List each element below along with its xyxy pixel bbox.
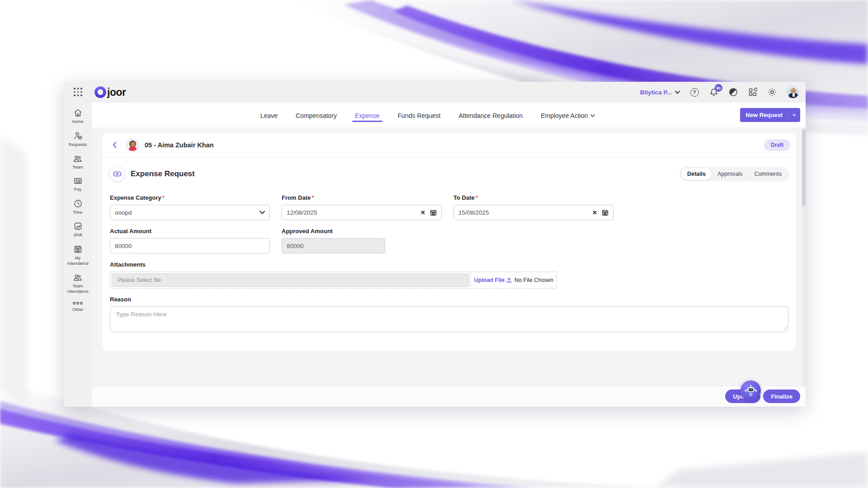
clock-icon [73,199,83,208]
tab-expense[interactable]: Expense [354,106,380,125]
action-footer: Update Finalize [92,385,806,407]
caret-down-icon [793,114,796,116]
expense-request-card: 05 - Aima Zubair Khan Draft Expense Requ… [103,133,796,351]
sidebar-item-shift[interactable]: Shift [64,221,91,238]
scrollbar-track[interactable] [802,127,806,385]
title-row: Expense Request Details Approvals Commen… [103,157,796,183]
required-mark: * [476,194,478,201]
page-background: 05 - Aima Zubair Khan Draft Expense Requ… [92,127,806,385]
organization-name: Bilytica P... [640,89,672,96]
user-avatar[interactable] [787,86,799,99]
no-file-chosen-text: No File Chosen [514,277,553,283]
file-select-field[interactable]: Please Select file [112,273,469,287]
reason-label: Reason [110,296,788,303]
upload-icon [506,277,512,283]
help-button[interactable]: ? [689,87,699,97]
contrast-icon [729,88,738,97]
expense-icon-circle [110,167,124,181]
calendar-icon [73,244,83,254]
new-request-button[interactable]: New Request [740,108,800,122]
logo-text: joor [107,86,126,99]
apps-grid-icon [748,88,757,97]
app-launcher-icon[interactable] [74,88,83,97]
employee-name: 05 - Aima Zubair Khan [145,141,214,149]
tab-compensatory[interactable]: Compensatory [295,106,338,125]
sidebar-item-my-attendance[interactable]: My Attendance [64,244,91,266]
view-tab-group: Details Approvals Comments [679,167,789,181]
required-mark: * [311,194,314,201]
approved-amount-field [282,238,385,253]
sidebar-item-time[interactable]: Time [64,199,91,215]
tab-employee-action[interactable]: Employee Action [540,106,596,125]
attachments-label: Attachments [110,261,788,268]
sidebar-item-other[interactable]: Other [64,301,91,312]
from-date-clear-icon[interactable]: ✕ [420,210,425,216]
file-placeholder: Please Select file [118,277,161,283]
payslip-icon [73,177,83,185]
expense-category-value: ooopd [115,209,132,216]
from-date-calendar-button[interactable] [430,209,437,216]
avatar-shirt [129,146,137,152]
logo-o-icon [94,86,106,98]
scrollbar-thumb[interactable] [802,129,806,206]
chevron-down-icon [675,91,680,94]
organization-dropdown[interactable]: Bilytica P... [640,89,680,96]
required-mark: * [162,194,164,201]
sidebar-item-team[interactable]: Team [64,154,91,170]
view-tab-comments[interactable]: Comments [749,168,788,180]
actual-amount-field [110,238,270,253]
tab-funds-request[interactable]: Funds Request [397,106,442,125]
avatar-face [131,142,135,146]
from-date-input[interactable] [287,209,420,216]
to-date-input[interactable] [458,209,592,216]
settings-button[interactable] [767,87,777,97]
new-request-caret[interactable] [788,114,800,116]
expense-form: Expense Category* ooopd From Date* [103,183,796,332]
reason-textarea[interactable] [110,306,788,332]
sidebar: Home Requests Team Pay Time Shift [64,103,92,407]
finalize-button[interactable]: Finalize [763,389,800,403]
gear-icon [768,88,777,97]
view-tab-approvals[interactable]: Approvals [712,168,749,180]
from-date-field: ✕ [282,205,442,220]
sidebar-item-pay[interactable]: Pay [64,177,91,192]
top-bar: joor Bilytica P... ? 91 [64,82,806,103]
ellipsis-icon [72,301,83,305]
robot-icon [744,384,758,398]
to-date-calendar-button[interactable] [602,209,609,216]
sidebar-item-team-attendance[interactable]: Team Attendance [64,273,91,294]
from-date-label: From Date* [282,194,442,201]
apps-menu-button[interactable] [748,87,758,97]
chevron-down-icon [259,211,265,214]
upload-file-button[interactable]: Upload File No File Chosen [471,272,557,288]
calendar-icon [430,209,437,216]
status-badge: Draft [764,139,790,151]
actual-amount-input[interactable] [115,243,265,249]
calendar-icon [602,209,609,216]
to-date-label: To Date* [453,194,613,201]
expense-category-select[interactable]: ooopd [110,205,270,220]
page-title: Expense Request [131,169,195,178]
attachments-dropzone[interactable]: Please Select file Upload File No File C… [110,272,557,289]
avatar-shirt [793,93,795,97]
to-date-field: ✕ [453,205,613,220]
team-icon [73,154,83,163]
sidebar-item-home[interactable]: Home [64,108,91,124]
notifications-button[interactable]: 91 [709,87,719,97]
view-tab-details[interactable]: Details [681,168,712,180]
approved-amount-label: Approved Amount [282,228,385,235]
chevron-down-icon [590,114,595,117]
back-button[interactable] [110,141,119,148]
sidebar-item-requests[interactable]: Requests [64,131,91,147]
help-icon: ? [693,89,696,95]
expense-category-label: Expense Category* [110,194,270,201]
to-date-clear-icon[interactable]: ✕ [592,210,597,216]
tab-leave[interactable]: Leave [259,106,278,125]
assistant-bot-button[interactable] [741,380,761,401]
team-icon [73,273,83,282]
brand-logo[interactable]: joor [94,86,126,99]
upload-file-label: Upload File [474,277,505,283]
tab-attendance-regulation[interactable]: Attendance Regulation [458,106,524,125]
app-window: joor Bilytica P... ? 91 [64,82,806,407]
theme-toggle-button[interactable] [728,87,738,97]
